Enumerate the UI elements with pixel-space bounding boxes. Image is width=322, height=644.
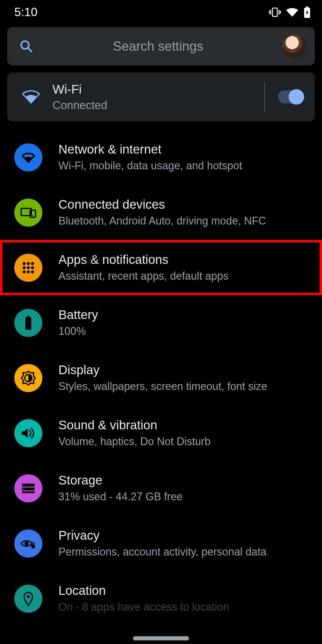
svg-point-14 xyxy=(31,262,34,265)
item-subtitle: Assistant, recent apps, default apps xyxy=(58,269,315,283)
item-title: Location xyxy=(58,583,315,598)
gesture-nav-handle[interactable] xyxy=(133,636,189,640)
item-subtitle: Volume, haptics, Do Not Disturb xyxy=(58,435,315,448)
svg-point-32 xyxy=(27,595,30,598)
item-subtitle: Styles, wallpapers, screen timeout, font… xyxy=(58,380,315,393)
wifi-subtitle: Connected xyxy=(52,99,251,112)
settings-item-location[interactable]: Location On - 8 apps have access to loca… xyxy=(0,571,322,614)
svg-point-28 xyxy=(23,484,24,486)
wifi-icon xyxy=(17,90,52,104)
battery-status-icon xyxy=(304,7,311,18)
wifi-divider xyxy=(264,82,265,112)
wifi-text: Wi-Fi Connected xyxy=(52,82,251,112)
item-subtitle: On - 8 apps have access to location xyxy=(58,600,315,614)
status-time: 5:10 xyxy=(14,5,38,19)
settings-item-storage[interactable]: Storage 31% used - 44.27 GB free xyxy=(0,461,322,516)
settings-item-privacy[interactable]: Privacy Permissions, account activity, p… xyxy=(0,516,322,571)
svg-rect-27 xyxy=(22,491,35,493)
settings-item-sound[interactable]: Sound & vibration Volume, haptics, Do No… xyxy=(0,405,322,461)
storage-icon xyxy=(14,474,42,502)
settings-list: Network & internet Wi-Fi, mobile, data u… xyxy=(0,130,322,614)
item-subtitle: Bluetooth, Android Auto, driving mode, N… xyxy=(58,214,315,227)
item-title: Battery xyxy=(58,308,315,322)
item-title: Storage xyxy=(58,473,315,487)
svg-point-13 xyxy=(27,262,30,265)
status-icons xyxy=(269,7,311,18)
search-placeholder: Search settings xyxy=(37,39,279,54)
svg-point-16 xyxy=(27,266,30,269)
wifi-icon xyxy=(14,143,42,171)
brightness-icon xyxy=(14,364,42,392)
item-title: Connected devices xyxy=(58,197,315,212)
wifi-status-icon xyxy=(286,7,299,17)
wifi-title: Wi-Fi xyxy=(52,82,251,97)
wifi-toggle[interactable] xyxy=(278,90,303,103)
item-subtitle: 100% xyxy=(58,324,315,338)
svg-rect-0 xyxy=(273,8,277,16)
devices-icon xyxy=(14,199,42,227)
settings-item-apps-notifications[interactable]: Apps & notifications Assistant, recent a… xyxy=(0,240,322,295)
item-subtitle: Permissions, account activity, personal … xyxy=(58,545,315,558)
svg-point-20 xyxy=(31,270,34,273)
search-icon xyxy=(16,39,37,53)
location-icon xyxy=(14,585,42,613)
svg-point-19 xyxy=(27,270,30,273)
status-bar: 5:10 xyxy=(0,0,322,22)
svg-point-17 xyxy=(31,266,34,269)
settings-item-connected-devices[interactable]: Connected devices Bluetooth, Android Aut… xyxy=(0,185,322,240)
svg-point-15 xyxy=(23,266,26,269)
svg-point-29 xyxy=(23,488,24,490)
battery-icon xyxy=(14,309,42,337)
item-subtitle: Wi-Fi, mobile, data usage, and hotspot xyxy=(58,159,315,172)
search-settings[interactable]: Search settings xyxy=(7,27,315,65)
settings-item-battery[interactable]: Battery 100% xyxy=(0,295,322,350)
settings-item-display[interactable]: Display Styles, wallpapers, screen timeo… xyxy=(0,350,322,405)
item-title: Network & internet xyxy=(58,142,315,157)
svg-rect-31 xyxy=(31,545,35,548)
item-title: Display xyxy=(58,363,315,377)
svg-point-30 xyxy=(24,541,29,546)
apps-icon xyxy=(14,254,42,282)
wifi-quick-card[interactable]: Wi-Fi Connected xyxy=(7,72,315,121)
settings-screen: 5:10 xyxy=(0,0,322,644)
privacy-icon xyxy=(14,530,42,558)
svg-rect-5 xyxy=(306,7,308,8)
svg-point-18 xyxy=(23,270,26,273)
svg-line-8 xyxy=(28,48,32,52)
svg-rect-22 xyxy=(25,317,31,330)
profile-avatar[interactable] xyxy=(283,34,306,58)
svg-point-12 xyxy=(23,262,26,265)
item-title: Privacy xyxy=(58,528,315,543)
item-subtitle: 31% used - 44.27 GB free xyxy=(58,490,315,503)
svg-rect-21 xyxy=(27,316,30,317)
settings-item-network[interactable]: Network & internet Wi-Fi, mobile, data u… xyxy=(0,130,322,185)
sound-icon xyxy=(14,419,42,447)
svg-point-11 xyxy=(32,215,33,216)
item-title: Sound & vibration xyxy=(58,418,315,432)
item-title: Apps & notifications xyxy=(58,253,315,267)
vibrate-icon xyxy=(269,7,281,17)
